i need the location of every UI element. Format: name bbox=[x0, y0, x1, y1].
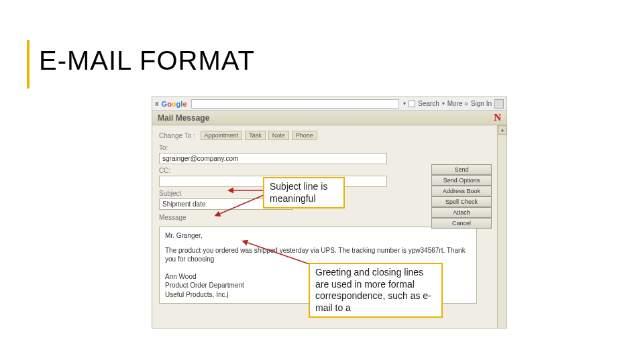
svg-line-1 bbox=[218, 193, 268, 215]
tab-note[interactable]: Note bbox=[268, 131, 289, 140]
window-title: Mail Message bbox=[158, 113, 209, 123]
dropdown-icon[interactable]: ▾ bbox=[403, 101, 406, 107]
to-field[interactable]: sgrainger@company.com bbox=[159, 153, 387, 164]
scrollbar[interactable]: ▴ bbox=[497, 125, 506, 328]
action-buttons: Send Send Options Address Book Spell Che… bbox=[431, 164, 492, 229]
callout-subject: Subject line is meaningful bbox=[263, 177, 345, 208]
tab-phone[interactable]: Phone bbox=[292, 131, 317, 140]
scroll-up-icon[interactable]: ▴ bbox=[498, 125, 506, 135]
cancel-button[interactable]: Cancel bbox=[431, 218, 492, 229]
change-to-label: Change To : bbox=[159, 132, 195, 139]
to-label: To: bbox=[159, 144, 490, 152]
tab-task[interactable]: Task bbox=[245, 131, 266, 140]
wrench-icon[interactable] bbox=[494, 99, 504, 109]
callout-greeting: Greeting and closing lines are used in m… bbox=[309, 263, 443, 318]
svg-line-2 bbox=[246, 242, 315, 266]
favicon-icon bbox=[409, 101, 415, 107]
address-book-button[interactable]: Address Book bbox=[431, 186, 492, 196]
page-title: E-MAIL FORMAT bbox=[39, 46, 255, 76]
send-button[interactable]: Send bbox=[431, 164, 492, 175]
accent-bar bbox=[27, 40, 30, 88]
search-button[interactable]: Search bbox=[418, 100, 439, 107]
search-input[interactable] bbox=[191, 99, 400, 109]
brand-logo: N bbox=[494, 112, 501, 123]
google-logo: Google bbox=[162, 100, 187, 108]
signin-button[interactable]: Sign In bbox=[471, 100, 492, 107]
send-options-button[interactable]: Send Options bbox=[431, 175, 492, 186]
browser-toolbar: x Google ▾ Search ▾ More » Sign In bbox=[152, 97, 506, 111]
tab-appointment[interactable]: Appointment bbox=[201, 131, 243, 140]
attach-button[interactable]: Attach bbox=[431, 207, 492, 218]
more-button[interactable]: More » bbox=[447, 100, 468, 107]
spell-check-button[interactable]: Spell Check bbox=[431, 196, 492, 207]
close-icon[interactable]: x bbox=[155, 100, 159, 107]
window-titlebar: Mail Message N bbox=[152, 111, 506, 125]
